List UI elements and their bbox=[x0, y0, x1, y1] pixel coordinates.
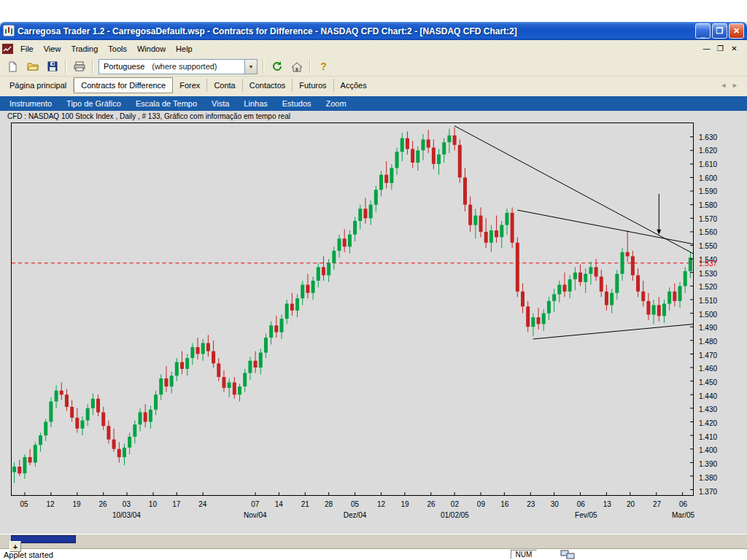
open-folder-icon bbox=[26, 61, 39, 72]
tab-accoes[interactable]: Acções bbox=[334, 79, 374, 92]
menu-help[interactable]: Help bbox=[171, 42, 198, 56]
chart-menu-zoom[interactable]: Zoom bbox=[319, 98, 354, 109]
y-axis-label: 1.460 bbox=[699, 365, 717, 373]
y-axis-label: 1.580 bbox=[699, 201, 717, 209]
chart-menu-estudos[interactable]: Estudos bbox=[275, 98, 319, 109]
x-axis-label: 13 bbox=[603, 500, 611, 508]
refresh-icon bbox=[271, 61, 283, 72]
language-select[interactable]: Portuguese (where supported) ▼ bbox=[98, 59, 258, 74]
toolbar: Portuguese (where supported) ▼ ? bbox=[0, 57, 747, 77]
horizontal-scrollbar[interactable] bbox=[0, 534, 747, 544]
y-axis-label: 1.470 bbox=[699, 351, 717, 359]
zoom-in-button[interactable]: + bbox=[9, 541, 21, 552]
y-axis-label: 1.600 bbox=[699, 174, 717, 182]
toolbar-separator bbox=[309, 59, 311, 74]
tab-contactos[interactable]: Contactos bbox=[243, 79, 293, 92]
x-axis-label: 20 bbox=[627, 500, 635, 508]
x-axis-label: 19 bbox=[72, 500, 80, 508]
y-axis-label: 1.480 bbox=[699, 338, 717, 346]
tab-contracts-for-difference[interactable]: Contracts for Difference bbox=[74, 77, 173, 93]
x-axis-label: 26 bbox=[427, 500, 435, 508]
chart-menu-linhas[interactable]: Linhas bbox=[236, 98, 274, 109]
help-button[interactable]: ? bbox=[314, 58, 333, 75]
x-axis-label: 06 bbox=[577, 500, 585, 508]
y-axis-label: 1.420 bbox=[699, 419, 717, 427]
help-icon: ? bbox=[320, 61, 327, 72]
x-axis-month-label: Mar/05 bbox=[672, 511, 694, 519]
x-axis-label: 28 bbox=[325, 500, 333, 508]
x-axis-label: 02 bbox=[451, 500, 459, 508]
window-title: Carregosa Trader 1.2 - CarregosaDefault.… bbox=[18, 26, 692, 36]
language-value: Portuguese bbox=[99, 62, 149, 71]
y-axis-label: 1.530 bbox=[699, 270, 717, 278]
y-axis-label: 1.390 bbox=[699, 460, 717, 468]
status-bar: Applet started NUM bbox=[0, 548, 747, 560]
window-controls: _ ❐ ✕ bbox=[695, 23, 744, 39]
candlestick-chart[interactable] bbox=[11, 122, 694, 496]
y-axis-label: 1.630 bbox=[699, 133, 717, 141]
language-hint: (where supported) bbox=[152, 62, 217, 71]
save-button[interactable] bbox=[43, 58, 61, 75]
tab-scroll-left-icon[interactable]: ◄ bbox=[720, 82, 727, 89]
new-page-icon bbox=[7, 61, 19, 73]
y-axis-label: 1.370 bbox=[699, 488, 717, 496]
x-axis-label: 05 bbox=[351, 500, 359, 508]
mdi-restore-button[interactable]: ❐ bbox=[714, 43, 727, 54]
x-axis-label: 27 bbox=[653, 500, 661, 508]
toolbar-separator bbox=[65, 59, 66, 74]
menu-file[interactable]: File bbox=[15, 42, 39, 56]
num-lock-indicator: NUM bbox=[511, 550, 537, 559]
mdi-minimize-button[interactable]: — bbox=[700, 43, 713, 54]
x-axis-label: 03 bbox=[123, 500, 131, 508]
dropdown-arrow-icon[interactable]: ▼ bbox=[244, 60, 257, 74]
y-axis-label: 1.560 bbox=[699, 228, 717, 236]
y-axis-label: 1.500 bbox=[699, 311, 717, 319]
tab-scroll-right-icon[interactable]: ► bbox=[732, 82, 738, 89]
refresh-button[interactable] bbox=[268, 58, 286, 75]
x-axis-month-label: 01/02/05 bbox=[441, 511, 469, 519]
x-axis-label: 05 bbox=[20, 500, 28, 508]
mdi-child-icon[interactable] bbox=[2, 44, 13, 54]
x-axis-label: 16 bbox=[500, 500, 508, 508]
menu-bar: File View Trading Tools Window Help — ❐ … bbox=[0, 40, 747, 57]
x-axis-label: 26 bbox=[98, 500, 107, 508]
restore-button[interactable]: ❐ bbox=[712, 23, 727, 39]
tab-conta[interactable]: Conta bbox=[207, 79, 242, 92]
x-axis-month-label: 10/03/04 bbox=[112, 511, 141, 519]
network-status-icon bbox=[560, 550, 575, 560]
home-button[interactable] bbox=[287, 58, 306, 75]
menu-window[interactable]: Window bbox=[132, 42, 171, 56]
save-icon bbox=[47, 61, 58, 72]
title-bar[interactable]: Carregosa Trader 1.2 - CarregosaDefault.… bbox=[0, 22, 747, 40]
x-axis-label: 06 bbox=[679, 500, 687, 508]
current-price-label: 1.537 bbox=[699, 260, 717, 268]
menu-view[interactable]: View bbox=[39, 42, 66, 56]
chart-menu-escala-de-tempo[interactable]: Escala de Tempo bbox=[128, 98, 204, 109]
y-axis-label: 1.590 bbox=[699, 187, 717, 195]
y-axis-label: 1.410 bbox=[699, 433, 717, 441]
chart-menu-vista[interactable]: Vista bbox=[204, 98, 236, 109]
tab-futuros[interactable]: Futuros bbox=[293, 79, 333, 92]
x-axis-month-label: Fev/05 bbox=[575, 511, 597, 519]
menu-trading[interactable]: Trading bbox=[66, 42, 103, 56]
chart-menu-instrumento[interactable]: Instrumento bbox=[2, 98, 59, 109]
x-axis-label: 30 bbox=[551, 500, 559, 508]
mdi-close-button[interactable]: ✕ bbox=[728, 43, 740, 54]
home-icon bbox=[291, 61, 303, 72]
open-button[interactable] bbox=[23, 58, 42, 75]
minimize-button[interactable]: _ bbox=[695, 23, 711, 39]
x-axis-label: 23 bbox=[527, 500, 535, 508]
y-axis-label: 1.430 bbox=[699, 405, 717, 413]
print-button[interactable] bbox=[70, 58, 88, 75]
new-button[interactable] bbox=[4, 58, 22, 75]
tab-pagina-principal[interactable]: Página principal bbox=[3, 79, 74, 92]
y-axis-label: 1.490 bbox=[699, 324, 717, 332]
tab-forex[interactable]: Forex bbox=[173, 79, 207, 92]
menu-tools[interactable]: Tools bbox=[103, 42, 132, 56]
chart-menu-tipo-de-grafico[interactable]: Tipo de Gráfico bbox=[59, 98, 128, 109]
chart-panel: CFD : NASDAQ 100 Stock Index , Daily , #… bbox=[0, 111, 747, 534]
close-button[interactable]: ✕ bbox=[729, 23, 744, 39]
x-axis-label: 19 bbox=[400, 500, 409, 508]
x-axis-label: 21 bbox=[301, 500, 309, 508]
y-axis-label: 1.510 bbox=[699, 297, 717, 305]
